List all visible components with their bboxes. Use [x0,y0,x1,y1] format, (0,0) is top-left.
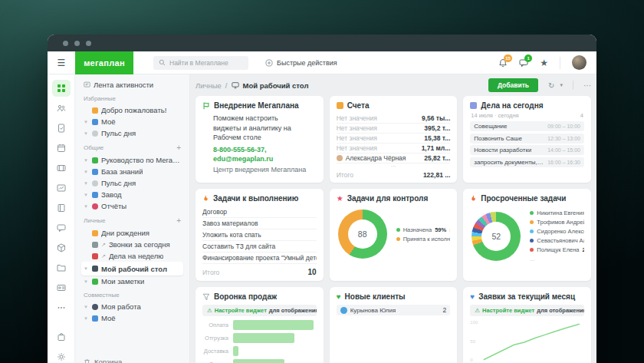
refresh-chevron-icon[interactable]: ▾ [560,82,563,88]
more-options-button[interactable]: ··· [583,81,591,90]
legend-more[interactable]: ... [530,256,584,262]
refresh-icon[interactable]: ↻ [548,81,554,90]
sidebar-item-guide[interactable]: ▼ Руководство по Мегаплану [81,154,183,166]
chevron-down-icon[interactable]: ▼ [84,170,89,174]
sidebar-item-welcome[interactable]: ▼ Добро пожаловать! [81,104,183,116]
chevron-down-icon[interactable]: ▼ [84,181,89,186]
rail-finance-icon[interactable] [52,279,71,296]
global-search[interactable] [153,56,248,70]
chevron-down-icon[interactable]: ▼ [84,120,89,124]
window-control-dot[interactable] [74,41,80,46]
quick-actions-button[interactable]: Быстрые действия [265,59,337,67]
rail-dashboard-icon[interactable] [52,80,71,97]
rail-products-icon[interactable] [52,239,71,256]
legend-item: Сидоренко Алексей2%(1) [530,228,584,235]
sidebar-item-calls-today[interactable]: ▼ ↗ Звонки за сегодня [81,239,183,250]
task-row[interactable]: Уложить кота спать [202,229,317,241]
heart-icon: ♥ [337,293,341,301]
widget-title: Счета [347,101,370,110]
sidebar-item-my[interactable]: ▼ Моё [81,116,183,127]
legend-item: Севастьянович Алла2%(1) [530,237,584,244]
chevron-down-icon[interactable]: ▼ [84,204,89,209]
sidebar-item-trash[interactable]: Корзина [81,358,183,363]
window-control-dot[interactable] [63,41,68,46]
widget-title: Задачи к выполнению [213,194,298,203]
legend-item: Трофимов Андрей2%(1) [530,219,584,226]
task-row[interactable]: Составить ТЗ для сайта [202,241,317,252]
chevron-down-icon[interactable]: ▼ [84,158,89,163]
sidebar-item-my-shared[interactable]: ▼ Моё [81,312,183,324]
plus-circle-icon [265,59,273,67]
rail-knowledge-icon[interactable] [52,200,71,216]
sidebar-item-plant[interactable]: ▼ Завод [81,189,183,200]
sidebar-item-pulse-common[interactable]: ▼ Пульс дня [81,177,183,189]
task-row[interactable]: Договор [202,206,317,218]
event-row[interactable]: Новости разработки14:00 – 15:00 [470,145,584,155]
sidebar-section-personal: Личные + [84,216,181,225]
configure-widget-link[interactable]: Настройте виджет [482,307,534,314]
task-row[interactable]: Завоз материалов [202,218,317,229]
invoice-row[interactable]: Нет значения9,56 ты... [337,114,451,124]
event-row[interactable]: Позвонить Саше12:30 – 13:00 [470,134,584,144]
funnel-bar [233,320,314,330]
rail-tasks-icon[interactable] [52,120,71,137]
window-control-dot[interactable] [86,41,91,46]
search-input[interactable] [169,59,243,67]
chevron-down-icon[interactable]: ▼ [84,266,89,271]
messages-button[interactable]: 1 [519,58,528,68]
sidebar-item-feed[interactable]: Лента активности [81,79,183,91]
item-icon [92,230,98,236]
sidebar-item-knowledge-base[interactable]: ▼ База знаний [81,166,183,177]
sidebar-item-pulse[interactable]: ▼ Пульс дня [81,127,183,139]
rail-shop-icon[interactable] [52,328,71,345]
main-area: Личные / Мой рабочий стол Добавить ↻ ▾ ·… [190,74,596,363]
chevron-down-icon[interactable]: ▼ [84,305,89,309]
rail-reports-icon[interactable] [52,180,71,196]
invoice-row[interactable]: Нет значения1,71 мл... [337,144,451,153]
favorites-star-icon[interactable]: ★ [540,58,548,68]
client-row[interactable]: Курынова Юлия 2 [337,305,451,315]
rail-chat-icon[interactable] [52,219,71,236]
collapsed-rows-indicator[interactable]: ... [337,163,451,169]
invoice-row[interactable]: Нет значения395,2 т... [337,124,451,134]
sidebar-item-week-tasks[interactable]: ▼ ↗ Дела на неделю [81,250,183,262]
add-section-item-button[interactable]: + [176,144,181,152]
sidebar-item-reports[interactable]: ▼ Отчёты [81,200,183,212]
widget-grid: Внедрение Мегаплана Поможем настроить ви… [196,96,591,363]
add-button[interactable]: Добавить [488,78,538,92]
rail-projects-icon[interactable] [52,160,71,177]
rail-more-icon[interactable] [52,299,71,316]
add-section-item-button[interactable]: + [176,216,181,225]
rail-settings-gear-icon[interactable] [52,348,71,363]
configure-widget-link[interactable]: Настройте виджет [215,307,267,314]
sidebar-item-my-notes[interactable]: ▼ Мои заметки [81,276,183,287]
chevron-down-icon[interactable]: ▼ [84,131,89,136]
sidebar-item-my-desktop[interactable]: ▼ Мой рабочий стол [81,262,183,276]
chevron-down-icon[interactable]: ▼ [84,316,89,321]
rail-calendar-icon[interactable] [52,140,71,157]
megaplan-logo[interactable]: мегаплан [75,51,133,74]
sidebar-item-birthdays[interactable]: ▼ Дни рождения [81,227,183,239]
legend-item: Полищук Елена2%(1) [530,246,584,253]
funnel-bar [233,333,294,343]
sidebar-item-my-work[interactable]: ▼ Моя работа [81,301,183,312]
contact-link[interactable]: 8-800-555-56-37, edu@megaplan.ru [213,145,299,163]
task-row[interactable]: Финансирование проекта "Умный детский до… [202,252,317,264]
invoice-row[interactable]: Нет значения15,38 т... [337,134,451,144]
item-icon [92,169,98,175]
notifications-button[interactable]: 15 [498,58,508,68]
breadcrumb-parent[interactable]: Личные [196,81,222,90]
user-avatar[interactable] [572,55,586,70]
event-row[interactable]: Совещание09:00 – 10:00 [470,121,584,131]
widget-new-clients: ♥ Новые клиенты Курынова Юлия 2 [330,287,458,363]
event-row[interactable]: запросить документы, подтверждающ...16:0… [470,157,584,167]
legend-item: Никитина Евгения69%(36) [530,210,584,216]
chevron-down-icon[interactable]: ▼ [84,193,89,197]
section-label: Избранные [84,95,116,102]
calendar-icon [470,102,477,109]
hamburger-menu-icon[interactable]: ☰ [48,58,75,68]
rail-staff-icon[interactable] [52,100,71,117]
chevron-down-icon[interactable]: ▼ [84,279,89,284]
avatar [337,155,343,161]
rail-documents-icon[interactable] [52,259,71,276]
